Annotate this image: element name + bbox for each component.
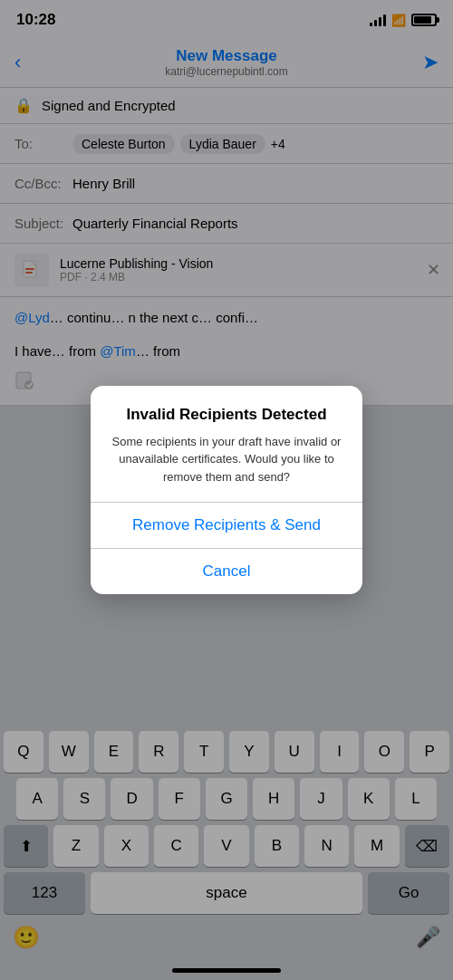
dialog-title: Invalid Recipients Detected xyxy=(109,406,344,424)
dialog-content: Invalid Recipients Detected Some recipie… xyxy=(91,386,362,503)
remove-recipients-button[interactable]: Remove Recipients & Send xyxy=(91,503,362,548)
alert-dialog: Invalid Recipients Detected Some recipie… xyxy=(91,386,362,595)
cancel-button[interactable]: Cancel xyxy=(91,549,362,594)
dialog-message: Some recipients in your draft have inval… xyxy=(109,433,344,486)
dialog-overlay: Invalid Recipients Detected Some recipie… xyxy=(0,0,453,980)
